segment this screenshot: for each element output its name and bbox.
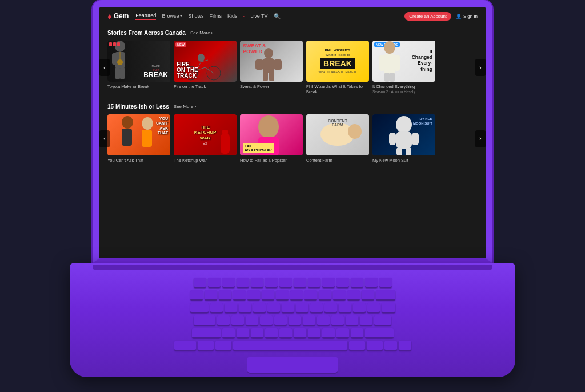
card-content-farm[interactable]: CONTENT FARM Content Farm — [306, 114, 369, 163]
key-h[interactable] — [289, 315, 301, 326]
key-z[interactable] — [222, 328, 235, 338]
key-9[interactable] — [319, 290, 331, 301]
key-tab[interactable] — [190, 303, 209, 313]
key-esc[interactable] — [194, 278, 206, 288]
nav-kids[interactable]: Kids — [227, 13, 238, 19]
key-shift-r[interactable] — [365, 328, 394, 338]
nav-browse[interactable]: Browse ▾ — [162, 13, 182, 19]
key-w[interactable] — [225, 303, 237, 313]
card-sweat-power[interactable]: Sweat &Power Sweat & Power — [240, 41, 303, 94]
key-4[interactable] — [247, 290, 260, 301]
key-f[interactable] — [260, 315, 273, 326]
key-x[interactable] — [237, 328, 249, 338]
key-m[interactable] — [308, 328, 320, 338]
key-1[interactable] — [205, 290, 217, 301]
key-period[interactable] — [336, 328, 349, 338]
key-l[interactable] — [331, 315, 344, 326]
key-b[interactable] — [279, 328, 292, 338]
key-equals[interactable] — [362, 290, 374, 301]
key-o[interactable] — [324, 303, 337, 313]
key-f6[interactable] — [279, 278, 292, 288]
carousel-next-15min[interactable]: › — [475, 130, 486, 147]
key-r[interactable] — [253, 303, 266, 313]
key-d[interactable] — [246, 315, 258, 326]
key-shift-l[interactable] — [192, 328, 221, 338]
key-f4[interactable] — [251, 278, 263, 288]
sign-in-button[interactable]: 👤 Sign In — [456, 14, 478, 19]
key-0[interactable] — [333, 290, 346, 301]
nav-livetv[interactable]: Live TV — [250, 13, 267, 19]
card-fail-popstar[interactable]: FAILAS A POPSTAR How to Fail as a Popsta… — [240, 114, 303, 163]
key-v[interactable] — [265, 328, 278, 338]
key-bracket-l[interactable] — [353, 303, 366, 313]
card-changed-everything[interactable]: NEW EPISODE — [372, 41, 435, 94]
key-f1[interactable] — [208, 278, 221, 288]
key-f7[interactable] — [294, 278, 306, 288]
key-f10[interactable] — [336, 278, 349, 288]
key-arrow-l[interactable] — [384, 341, 397, 351]
key-bracket-r[interactable] — [367, 303, 380, 313]
key-f9[interactable] — [322, 278, 335, 288]
key-comma[interactable] — [322, 328, 335, 338]
card-fire-track[interactable]: NEW — [174, 41, 237, 94]
logo[interactable]: ♦ Gem — [107, 11, 129, 21]
key-a[interactable] — [217, 315, 230, 326]
key-i[interactable] — [310, 303, 323, 313]
touchpad[interactable] — [247, 357, 338, 374]
key-ctrl-l[interactable] — [174, 341, 196, 351]
search-icon[interactable]: 🔍 — [274, 13, 281, 19]
key-q[interactable] — [210, 303, 223, 313]
card-phil-wizard[interactable]: PHIL WIZARD'S What It Takes to BREAK WHA… — [306, 41, 369, 94]
key-space[interactable] — [233, 341, 347, 351]
carousel-prev-stories[interactable]: ‹ — [99, 59, 110, 76]
key-3[interactable] — [233, 290, 246, 301]
key-arrow-r[interactable] — [399, 341, 411, 351]
main-content[interactable]: Stories From Across Canada See More › ‹ — [99, 25, 486, 258]
key-backslash[interactable] — [382, 303, 395, 313]
create-account-button[interactable]: Create an Account — [404, 12, 451, 21]
key-f12[interactable] — [365, 278, 378, 288]
key-p[interactable] — [339, 303, 351, 313]
key-alt-l[interactable] — [198, 341, 214, 351]
key-t[interactable] — [267, 303, 280, 313]
key-g[interactable] — [274, 315, 287, 326]
carousel-next-stories[interactable]: › — [475, 59, 486, 76]
card-ketchup-war[interactable]: THEKETCHUPWAR VS — [174, 114, 237, 163]
key-e[interactable] — [239, 303, 251, 313]
nav-featured[interactable]: Featured — [135, 13, 156, 20]
card-moon-suit[interactable]: BY NEBMOON SUIT My New Moon Suit — [372, 114, 435, 163]
see-more-stories[interactable]: See More › — [190, 30, 213, 35]
key-j[interactable] — [303, 315, 315, 326]
key-del[interactable] — [379, 278, 392, 288]
key-tilde[interactable] — [190, 290, 203, 301]
nav-films[interactable]: Films — [209, 13, 222, 19]
card-cant-ask[interactable]: YOUCAN'TASKTHAT You Can't Ask That — [107, 114, 170, 163]
see-more-15min[interactable]: See More › — [174, 104, 196, 109]
key-slash[interactable] — [351, 328, 363, 338]
key-cmd-l[interactable] — [215, 341, 231, 351]
key-backspace[interactable] — [376, 290, 395, 301]
nav-shows[interactable]: Shows — [188, 13, 203, 19]
key-8[interactable] — [304, 290, 317, 301]
carousel-prev-15min[interactable]: ‹ — [99, 130, 110, 147]
key-quote[interactable] — [360, 315, 372, 326]
key-7[interactable] — [290, 290, 303, 301]
key-enter[interactable] — [374, 315, 391, 326]
key-minus[interactable] — [347, 290, 360, 301]
key-semi[interactable] — [346, 315, 358, 326]
key-c[interactable] — [251, 328, 263, 338]
key-f2[interactable] — [222, 278, 235, 288]
card-make-break[interactable]: MAKE FOR BREAK Toyota Make or Break — [107, 41, 170, 94]
key-f3[interactable] — [237, 278, 249, 288]
key-alt-r[interactable] — [367, 341, 383, 351]
key-2[interactable] — [219, 290, 231, 301]
key-cmd-r[interactable] — [349, 341, 365, 351]
key-6[interactable] — [276, 290, 289, 301]
key-s[interactable] — [231, 315, 244, 326]
key-k[interactable] — [317, 315, 330, 326]
key-5[interactable] — [262, 290, 274, 301]
key-n[interactable] — [294, 328, 306, 338]
key-f8[interactable] — [308, 278, 320, 288]
key-u[interactable] — [296, 303, 308, 313]
key-caps[interactable] — [194, 315, 215, 326]
